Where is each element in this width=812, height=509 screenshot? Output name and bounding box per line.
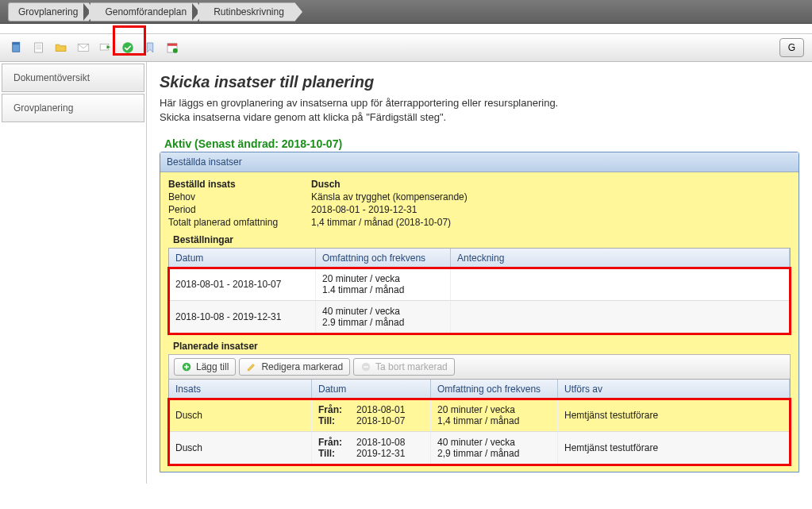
minus-icon — [360, 361, 371, 372]
bestallningar-grid: Datum Omfattning och frekvens Anteckning… — [168, 248, 791, 334]
planerad-insats: Dusch — [169, 399, 312, 431]
panel-body: Beställd insats Dusch Behov Känsla av tr… — [160, 172, 799, 472]
label-period: Period — [168, 204, 311, 215]
sidebar-item-grovplanering[interactable]: Grovplanering — [2, 94, 144, 122]
svg-rect-1 — [13, 42, 20, 44]
till-label: Till: — [318, 415, 348, 426]
bestallning-anteckning — [451, 268, 790, 300]
highlight-bestallningar-rows: 2018-08-01 - 2018-10-07 20 minuter / vec… — [169, 268, 790, 334]
bestallningar-heading: Beställningar — [173, 234, 791, 245]
forward-icon[interactable] — [97, 39, 114, 56]
toolbar: G — [0, 33, 812, 62]
col-header-datum[interactable]: Datum — [169, 249, 316, 268]
document-icon[interactable] — [8, 39, 25, 56]
bestallning-row[interactable]: 2018-10-08 - 2019-12-31 40 minuter / vec… — [169, 301, 790, 334]
omf-line: 2,9 timmar / månad — [437, 448, 551, 459]
svg-rect-10 — [167, 44, 177, 46]
edit-button-label: Redigera markerad — [261, 361, 343, 372]
omf-line: 40 minuter / vecka — [437, 437, 551, 448]
till-label: Till: — [318, 448, 348, 459]
add-button-label: Lägg till — [196, 361, 229, 372]
bestallning-anteckning — [451, 301, 790, 333]
col-header-insats[interactable]: Insats — [169, 380, 312, 399]
svg-rect-2 — [35, 43, 43, 52]
from-value: 2018-08-01 — [356, 404, 405, 415]
value-period: 2018-08-01 - 2019-12-31 — [311, 204, 417, 215]
notepad-icon[interactable] — [30, 39, 48, 56]
toolbar-right-button[interactable]: G — [779, 38, 804, 57]
label-totalt: Totalt planerad omfattning — [168, 217, 311, 228]
from-value: 2018-10-08 — [356, 437, 405, 448]
page-desc-line1: Här läggs en grovplanering av insatserna… — [160, 97, 558, 109]
highlight-approve-button — [113, 25, 146, 56]
breadcrumb-bar: Grovplanering Genomförandeplan Rutinbesk… — [0, 0, 812, 24]
col-header-anteckning[interactable]: Anteckning — [451, 249, 790, 268]
value-behov: Känsla av trygghet (kompenserande) — [311, 191, 468, 202]
from-label: Från: — [318, 437, 348, 448]
till-value: 2019-12-31 — [356, 448, 405, 459]
label-behov: Behov — [168, 191, 311, 202]
col-header-utfors-av[interactable]: Utförs av — [558, 380, 790, 399]
planerade-grid: Insats Datum Omfattning och frekvens Utf… — [168, 379, 791, 465]
add-button[interactable]: Lägg till — [174, 358, 236, 376]
omf-line: 1.4 timmar / månad — [322, 284, 444, 295]
bestallning-omfattning: 40 minuter / vecka 2.9 timmar / månad — [316, 301, 451, 333]
planerade-header-row: Insats Datum Omfattning och frekvens Utf… — [169, 380, 790, 399]
planerad-insats: Dusch — [169, 432, 312, 464]
breadcrumb-grovplanering[interactable]: Grovplanering — [8, 2, 89, 21]
edit-button[interactable]: Redigera markerad — [239, 358, 350, 376]
planerad-omfattning: 40 minuter / vecka 2,9 timmar / månad — [431, 432, 558, 464]
page-desc-line2: Skicka insatserna vidare genom att klick… — [160, 111, 446, 123]
col-header-datum[interactable]: Datum — [312, 380, 431, 399]
value-totalt: 1,4 timmar / månad (2018-10-07) — [311, 217, 451, 228]
highlight-planerade-rows: Dusch Från:2018-08-01 Till:2018-10-07 20… — [169, 399, 790, 465]
calendar-icon[interactable] — [164, 39, 181, 56]
panel-header: Beställda insatser — [160, 152, 799, 172]
bestallningar-header-row: Datum Omfattning och frekvens Anteckning — [169, 249, 790, 268]
bestallning-datum: 2018-08-01 - 2018-10-07 — [169, 268, 316, 300]
breadcrumb-rutinbeskrivning[interactable]: Rutinbeskrivning — [199, 2, 295, 21]
folder-icon[interactable] — [52, 39, 70, 56]
sidebar: Dokumentöversikt Grovplanering — [0, 62, 147, 484]
mail-icon[interactable] — [75, 39, 92, 56]
col-header-omfattning[interactable]: Omfattning och frekvens — [316, 249, 451, 268]
pencil-icon — [246, 361, 257, 372]
active-status-label: Aktiv (Senast ändrad: 2018-10-07) — [160, 137, 799, 150]
page-title: Skicka insatser till planering — [160, 73, 799, 91]
plus-icon — [181, 361, 192, 372]
from-label: Från: — [318, 404, 348, 415]
col-header-omfattning[interactable]: Omfattning och frekvens — [431, 380, 558, 399]
bestallda-insatser-panel: Beställda insatser Beställd insats Dusch… — [160, 152, 799, 472]
page-description: Här läggs en grovplanering av insatserna… — [160, 96, 799, 125]
planerad-row[interactable]: Dusch Från:2018-08-01 Till:2018-10-07 20… — [169, 399, 790, 432]
label-bestalld-insats: Beställd insats — [168, 179, 311, 190]
breadcrumb: Grovplanering Genomförandeplan Rutinbesk… — [8, 2, 297, 21]
omf-line: 40 minuter / vecka — [322, 306, 444, 317]
omf-line: 20 minuter / vecka — [322, 273, 444, 284]
till-value: 2018-10-07 — [356, 415, 405, 426]
planerade-action-bar: Lägg till Redigera markerad Ta bort mark… — [168, 354, 791, 379]
planerad-datum: Från:2018-10-08 Till:2019-12-31 — [312, 432, 431, 464]
planerad-omfattning: 20 minuter / vecka 1,4 timmar / månad — [431, 399, 558, 431]
sidebar-item-dokumentoversikt[interactable]: Dokumentöversikt — [2, 64, 144, 92]
planerad-utfors-av: Hemtjänst testutförare — [558, 399, 790, 431]
bestallning-datum: 2018-10-08 - 2019-12-31 — [169, 301, 316, 333]
delete-button-label: Ta bort markerad — [375, 361, 448, 372]
bestallning-row[interactable]: 2018-08-01 - 2018-10-07 20 minuter / vec… — [169, 268, 790, 301]
planerad-utfors-av: Hemtjänst testutförare — [558, 432, 790, 464]
value-bestalld-insats: Dusch — [311, 179, 341, 190]
delete-button[interactable]: Ta bort markerad — [353, 358, 455, 376]
breadcrumb-genomforandeplan[interactable]: Genomförandeplan — [90, 2, 198, 21]
omf-line: 2.9 timmar / månad — [322, 317, 444, 328]
bestallning-omfattning: 20 minuter / vecka 1.4 timmar / månad — [316, 268, 451, 300]
svg-point-11 — [173, 48, 178, 53]
planerad-datum: Från:2018-08-01 Till:2018-10-07 — [312, 399, 431, 431]
omf-line: 20 minuter / vecka — [437, 404, 551, 415]
planerad-row[interactable]: Dusch Från:2018-10-08 Till:2019-12-31 40… — [169, 432, 790, 465]
content-area: Skicka insatser till planering Här läggs… — [147, 62, 812, 484]
omf-line: 1,4 timmar / månad — [437, 415, 551, 426]
planerade-heading: Planerade insatser — [173, 341, 791, 352]
